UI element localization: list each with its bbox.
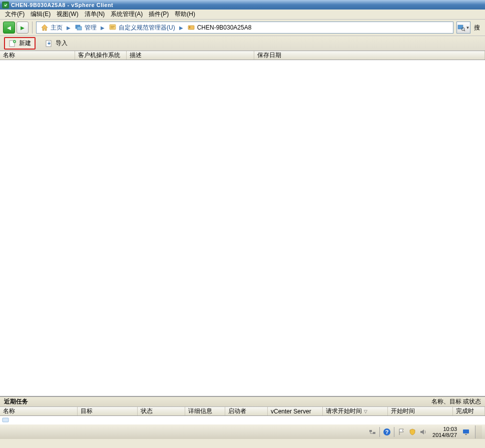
tray-separator	[394, 427, 394, 437]
menubar: 文件(F) 编辑(E) 视图(W) 清单(N) 系统管理(A) 插件(P) 帮助…	[0, 10, 485, 20]
clock-time: 10:03	[432, 426, 457, 432]
main-table-header: 名称 客户机操作系统 描述 保存日期	[0, 51, 485, 60]
task-col-vcenter[interactable]: vCenter Server	[268, 407, 323, 415]
os-taskbar: ? 10:03 2014/8/27	[0, 424, 485, 439]
sort-desc-icon: ▽	[364, 409, 367, 414]
breadcrumb-host-label: CHEN-9B030A25A8	[197, 24, 252, 31]
svg-rect-15	[3, 418, 9, 422]
svg-rect-16	[369, 430, 372, 432]
chevron-right-icon: ▶	[178, 25, 184, 31]
breadcrumb-bar: 主页 ▶ 管理 ▶ 自定义规范管理器(U) ▶ CHEN-9B030A25A8	[36, 22, 453, 34]
new-icon	[9, 40, 17, 48]
svg-rect-2	[77, 27, 82, 30]
breadcrumb-home[interactable]: 主页	[39, 24, 65, 32]
svg-rect-8	[189, 28, 190, 28]
svg-rect-21	[465, 434, 467, 435]
svg-rect-9	[458, 25, 463, 29]
breadcrumb-custom-mgr-label: 自定义规范管理器(U)	[119, 24, 175, 32]
chevron-right-icon: ▶	[66, 25, 72, 31]
new-button-label: 新建	[19, 39, 31, 48]
window-titlebar: CHEN-9B030A25A8 - vSphere Client	[0, 0, 485, 10]
app-icon	[2, 2, 9, 9]
svg-line-11	[464, 30, 465, 31]
nav-forward-button[interactable]: ►	[17, 22, 29, 34]
show-desktop-button[interactable]	[475, 425, 482, 438]
new-button[interactable]: 新建	[4, 37, 36, 50]
dropdown-caret-icon: ▼	[466, 26, 470, 30]
recent-tasks-header: 近期任务 名称、目标 或状态	[0, 397, 485, 407]
tray-flag-icon[interactable]	[397, 428, 405, 436]
column-header-description[interactable]: 描述	[127, 51, 254, 60]
column-header-save-date[interactable]: 保存日期	[254, 51, 485, 60]
home-icon	[41, 24, 49, 32]
main-table-body	[0, 60, 485, 396]
column-header-guest-os[interactable]: 客户机操作系统	[75, 51, 127, 60]
column-header-name[interactable]: 名称	[0, 51, 75, 60]
menu-view[interactable]: 视图(W)	[54, 9, 81, 20]
tray-volume-icon[interactable]	[419, 428, 427, 436]
tray-help-icon[interactable]: ?	[383, 428, 391, 436]
svg-text:?: ?	[385, 429, 389, 435]
import-button-label: 导入	[56, 39, 68, 48]
menu-edit[interactable]: 编辑(E)	[28, 9, 54, 20]
svg-rect-4	[111, 26, 115, 27]
customization-icon	[109, 24, 117, 32]
menu-inventory[interactable]: 清单(N)	[82, 9, 108, 20]
svg-rect-5	[111, 28, 114, 28]
tray-network-icon[interactable]	[368, 428, 376, 436]
host-icon	[187, 24, 195, 32]
tray-shield-icon[interactable]	[408, 428, 416, 436]
recent-tasks-panel: 近期任务 名称、目标 或状态 名称 目标 状态 详细信息 启动者 vCenter…	[0, 396, 485, 424]
task-col-status[interactable]: 状态	[138, 407, 185, 415]
search-ctx-icon	[457, 24, 465, 32]
task-table-body	[0, 416, 485, 424]
search-label: 搜	[472, 24, 482, 32]
window-title: CHEN-9B030A25A8 - vSphere Client	[11, 2, 113, 8]
arrow-right-icon: ►	[20, 24, 26, 32]
actions-toolbar: 新建 导入	[0, 36, 485, 51]
import-icon	[45, 40, 53, 48]
task-col-req-start[interactable]: 请求开始时间▽	[323, 407, 388, 415]
task-col-target[interactable]: 目标	[78, 407, 138, 415]
task-col-initiator[interactable]: 启动者	[225, 407, 268, 415]
svg-rect-7	[189, 27, 190, 27]
taskbar-clock[interactable]: 10:03 2014/8/27	[430, 426, 459, 438]
menu-file[interactable]: 文件(F)	[2, 9, 28, 20]
breadcrumb-admin-label: 管理	[85, 24, 97, 32]
recent-tasks-title: 近期任务	[4, 397, 28, 406]
nav-back-button[interactable]: ◄	[3, 22, 15, 34]
menu-help[interactable]: 帮助(H)	[172, 9, 198, 20]
task-table-header: 名称 目标 状态 详细信息 启动者 vCenter Server 请求开始时间▽…	[0, 407, 485, 416]
breadcrumb-admin[interactable]: 管理	[73, 24, 99, 32]
task-col-start-time[interactable]: 开始时间	[388, 407, 453, 415]
task-col-details[interactable]: 详细信息	[185, 407, 225, 415]
clock-date: 2014/8/27	[432, 432, 457, 438]
breadcrumb-custom-mgr[interactable]: 自定义规范管理器(U)	[107, 24, 177, 32]
admin-icon	[75, 24, 83, 32]
import-button[interactable]: 导入	[41, 37, 72, 50]
breadcrumb-host[interactable]: CHEN-9B030A25A8	[185, 24, 254, 32]
menu-admin[interactable]: 系统管理(A)	[108, 9, 146, 20]
tray-separator	[379, 427, 380, 437]
chevron-right-icon: ▶	[100, 25, 106, 31]
recent-tasks-filter-label: 名称、目标 或状态	[431, 397, 481, 406]
task-col-complete-time[interactable]: 完成时	[453, 407, 485, 415]
breadcrumb-home-label: 主页	[51, 24, 63, 32]
svg-rect-3	[110, 25, 116, 30]
toolbar-separator	[32, 22, 33, 34]
svg-rect-20	[463, 429, 469, 433]
svg-rect-6	[188, 26, 194, 30]
nav-toolbar: ◄ ► 主页 ▶ 管理 ▶ 自定义规范管理器(U) ▶	[0, 20, 485, 36]
arrow-left-icon: ◄	[6, 24, 13, 32]
tray-monitor-icon[interactable]	[462, 428, 470, 436]
task-row-icon	[2, 416, 9, 423]
search-mode-dropdown[interactable]: ▼	[456, 22, 470, 34]
task-col-name[interactable]: 名称	[0, 407, 78, 415]
menu-plugins[interactable]: 插件(P)	[146, 9, 172, 20]
